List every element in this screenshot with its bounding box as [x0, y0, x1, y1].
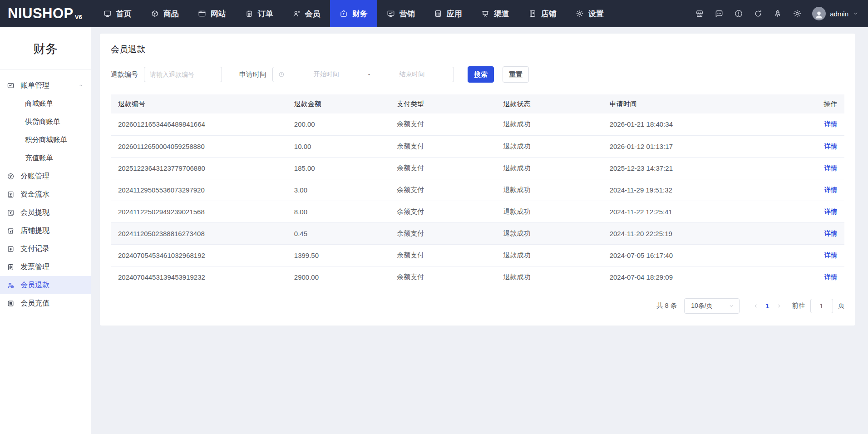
- page-size-select[interactable]: 10条/页: [684, 298, 740, 314]
- yen-square-icon: [7, 245, 15, 253]
- cell-amount: 200.00: [287, 113, 390, 135]
- nav-item-member[interactable]: 会员: [283, 0, 330, 27]
- cell-pay-type: 余额支付: [390, 113, 496, 135]
- cell-status: 退款成功: [496, 113, 602, 135]
- sidebar-group-bill-management[interactable]: 账单管理: [0, 76, 91, 94]
- sidebar-item-supplier-bills[interactable]: 供货商账单: [0, 113, 91, 131]
- sidebar-item-invoice-management[interactable]: 发票管理: [0, 258, 91, 276]
- table-row: 20241122502949239021568 8.00 余额支付 退款成功 2…: [111, 201, 844, 222]
- ledger-icon: [528, 10, 537, 18]
- table-row: 20240705453461032968192 1399.50 余额支付 退款成…: [111, 244, 844, 266]
- topbar-right: admin: [695, 0, 868, 27]
- reset-button[interactable]: 重置: [503, 66, 529, 83]
- detail-link[interactable]: 详情: [824, 164, 837, 172]
- nav-item-marketing[interactable]: 营销: [377, 0, 424, 27]
- sidebar-title: 财务: [0, 27, 91, 69]
- detail-link[interactable]: 详情: [824, 230, 837, 237]
- sidebar-item-mall-bills[interactable]: 商城账单: [0, 94, 91, 113]
- document-yen-icon: [7, 191, 15, 198]
- cell-pay-type: 余额支付: [390, 201, 496, 222]
- sidebar-item-split-account[interactable]: 分账管理: [0, 167, 91, 185]
- detail-link[interactable]: 详情: [824, 273, 837, 281]
- table-row: 20240704453139453919232 2900.00 余额支付 退款成…: [111, 266, 844, 288]
- cell-refund-no: 20251223643123779706880: [111, 157, 287, 179]
- date-range-picker[interactable]: 开始时间 - 结束时间: [272, 67, 454, 82]
- nav-item-shop[interactable]: 店铺: [519, 0, 566, 27]
- store-yen-icon: [7, 227, 15, 235]
- nav-item-finance[interactable]: 财务: [330, 0, 377, 27]
- message-icon[interactable]: [715, 9, 724, 18]
- chevron-down-icon: [853, 10, 859, 17]
- nav-item-website[interactable]: 网站: [188, 0, 236, 27]
- search-button[interactable]: 搜索: [468, 66, 494, 83]
- table-row: 20241120502388816273408 0.45 余额支付 退款成功 2…: [111, 222, 844, 244]
- page-number-1[interactable]: 1: [765, 302, 769, 310]
- table-row: 20251223643123779706880 185.00 余额支付 退款成功…: [111, 157, 844, 179]
- chevron-up-icon: [78, 83, 84, 88]
- table-header-row: 退款编号 退款金额 支付类型 退款状态 申请时间 操作: [111, 94, 844, 113]
- detail-link[interactable]: 详情: [824, 208, 837, 215]
- cell-status: 退款成功: [496, 266, 602, 288]
- nav-item-label: 订单: [258, 9, 273, 19]
- prev-page-icon[interactable]: [753, 303, 759, 309]
- end-time-placeholder[interactable]: 结束时间: [370, 70, 454, 79]
- cell-pay-type: 余额支付: [390, 244, 496, 266]
- logo[interactable]: NIUSHOP V6: [0, 0, 94, 27]
- table-row: 20260112650004059258880 10.00 余额支付 退款成功 …: [111, 135, 844, 157]
- sidebar-item-member-recharge[interactable]: 会员充值: [0, 294, 91, 312]
- refund-no-label: 退款编号: [111, 70, 138, 79]
- nav-item-apps[interactable]: 应用: [424, 0, 472, 27]
- cell-time: 2026-01-21 18:40:34: [602, 113, 793, 135]
- nav-item-label: 会员: [305, 9, 321, 19]
- sidebar-item-points-mall-bills[interactable]: 积分商城账单: [0, 131, 91, 149]
- sidebar-item-funds-flow[interactable]: 资金流水: [0, 185, 91, 203]
- presentation-icon: [481, 10, 489, 18]
- nav-item-label: 财务: [352, 9, 368, 19]
- nav-item-label: 首页: [116, 9, 132, 19]
- cell-status: 退款成功: [496, 179, 602, 201]
- nav-item-channel[interactable]: 渠道: [472, 0, 519, 27]
- page-size-value: 10条/页: [691, 302, 712, 310]
- nav-item-label: 应用: [447, 9, 462, 19]
- col-header-refund-no: 退款编号: [111, 94, 287, 113]
- cell-pay-type: 余额支付: [390, 135, 496, 157]
- sidebar-item-payment-records[interactable]: 支付记录: [0, 240, 91, 258]
- storefront-icon[interactable]: [695, 9, 704, 18]
- refresh-icon[interactable]: [754, 9, 763, 18]
- nav-item-order[interactable]: 订单: [236, 0, 283, 27]
- cell-time: 2025-12-23 14:37:21: [602, 157, 793, 179]
- sidebar-item-member-withdraw[interactable]: 会员提现: [0, 203, 91, 222]
- goto-page-input[interactable]: [810, 299, 833, 313]
- logo-version: V6: [75, 14, 82, 20]
- detail-link[interactable]: 详情: [824, 252, 837, 259]
- sidebar-item-shop-withdraw[interactable]: 店铺提现: [0, 222, 91, 240]
- detail-link[interactable]: 详情: [824, 120, 837, 128]
- invoice-icon: [7, 263, 15, 271]
- sidebar-item-member-refund[interactable]: 会员退款: [0, 276, 91, 294]
- start-time-placeholder[interactable]: 开始时间: [285, 70, 368, 79]
- sidebar-item-label: 会员提现: [20, 208, 49, 217]
- detail-link[interactable]: 详情: [824, 186, 837, 193]
- nav-item-goods[interactable]: 商品: [141, 0, 188, 27]
- yen-box-icon: [7, 209, 15, 217]
- cell-refund-no: 20240705453461032968192: [111, 244, 287, 266]
- nav-item-home[interactable]: 首页: [94, 0, 141, 27]
- nav-item-label: 设置: [588, 9, 604, 19]
- detail-link[interactable]: 详情: [824, 143, 837, 150]
- sidebar-item-label: 积分商城账单: [25, 135, 67, 145]
- clipboard-icon: [245, 10, 253, 18]
- user-menu[interactable]: admin: [812, 7, 859, 20]
- refund-no-input[interactable]: [144, 67, 222, 82]
- sidebar-item-recharge-bills[interactable]: 充值账单: [0, 149, 91, 167]
- cell-time: 2024-07-04 18:29:09: [602, 266, 793, 288]
- cell-refund-no: 20241129505536073297920: [111, 179, 287, 201]
- layout: 财务 账单管理 商城账单 供货商账单 积分商城账单 充值账单 分账管理 资金流水…: [0, 27, 868, 434]
- next-page-icon[interactable]: [776, 303, 782, 309]
- gear-icon[interactable]: [793, 9, 802, 18]
- info-circle-icon[interactable]: [734, 9, 743, 18]
- cell-time: 2024-07-05 16:17:40: [602, 244, 793, 266]
- cell-pay-type: 余额支付: [390, 157, 496, 179]
- cell-time: 2024-11-22 12:25:41: [602, 201, 793, 222]
- nav-item-settings[interactable]: 设置: [566, 0, 613, 27]
- rocket-icon[interactable]: [773, 9, 782, 18]
